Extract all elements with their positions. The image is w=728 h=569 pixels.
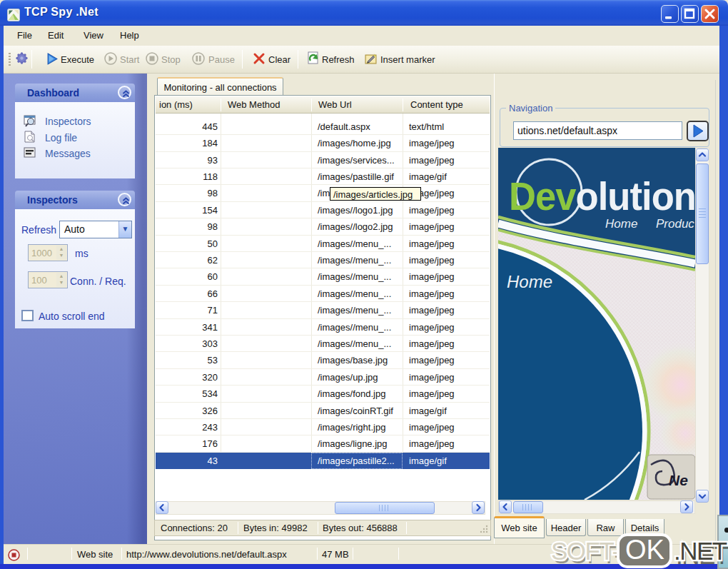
svg-text:Home: Home — [507, 272, 552, 291]
svg-text:Home: Home — [605, 217, 637, 231]
svg-text:Ne: Ne — [669, 472, 688, 488]
svg-text:Devolution: Devolution — [509, 174, 695, 218]
svg-text:Produc: Produc — [656, 217, 694, 231]
